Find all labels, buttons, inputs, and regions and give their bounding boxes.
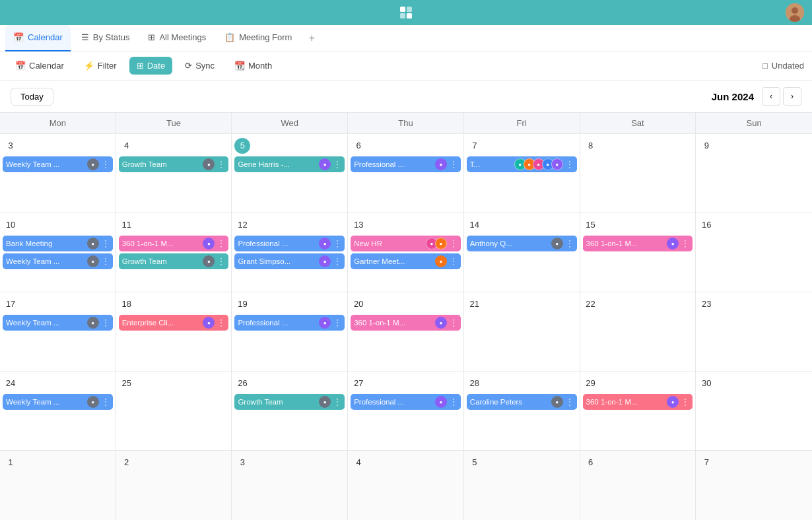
tab-all-meetings[interactable]: ⊞ All Meetings xyxy=(140,25,214,51)
calendar-cell[interactable]: 22+ xyxy=(580,292,696,372)
event-menu-button[interactable]: ⋮ xyxy=(333,397,341,406)
calendar-cell[interactable]: 4+ xyxy=(348,451,464,520)
tab-by-status[interactable]: ☰ By Status xyxy=(73,25,138,51)
calendar-view-button[interactable]: 📅 Calendar xyxy=(8,57,71,75)
calendar-cell[interactable]: 10+Bank Meeting●⋮Weekly Team ...●⋮ xyxy=(0,213,116,292)
calendar-cell[interactable]: 19+Professional ...●⋮ xyxy=(232,292,348,372)
calendar-cell[interactable]: 3+ xyxy=(232,451,348,520)
event-label: Professional ... xyxy=(238,319,316,327)
calendar-event[interactable]: Professional ...●⋮ xyxy=(234,236,345,251)
date-button[interactable]: ⊞ Date xyxy=(129,57,172,75)
calendar-cell[interactable]: 7+ xyxy=(696,451,812,520)
event-menu-button[interactable]: ⋮ xyxy=(217,257,225,266)
calendar-cell[interactable]: 25+ xyxy=(116,372,232,451)
event-menu-button[interactable]: ⋮ xyxy=(450,318,457,327)
event-menu-button[interactable]: ⋮ xyxy=(450,239,457,248)
event-menu-button[interactable]: ⋮ xyxy=(102,160,110,169)
month-button[interactable]: 📆 Month xyxy=(227,57,279,75)
event-menu-button[interactable]: ⋮ xyxy=(102,318,110,327)
event-menu-button[interactable]: ⋮ xyxy=(566,160,574,169)
calendar-cell[interactable]: 3+Weekly Team ...●⋮ xyxy=(0,134,116,213)
filter-button[interactable]: ⚡ Filter xyxy=(77,57,124,75)
event-menu-button[interactable]: ⋮ xyxy=(450,397,457,406)
event-menu-button[interactable]: ⋮ xyxy=(681,239,689,248)
calendar-event[interactable]: Growth Team●⋮ xyxy=(119,156,229,172)
calendar-cell[interactable]: 17+Weekly Team ...●⋮ xyxy=(0,292,116,372)
calendar-event[interactable]: 360 1-on-1 M...●⋮ xyxy=(583,236,693,251)
calendar-cell[interactable]: 5+Gene Harris -...●⋮ xyxy=(232,134,348,213)
calendar-event[interactable]: Professional ...●⋮ xyxy=(351,394,461,410)
undated-button[interactable]: □ Undated xyxy=(762,61,804,71)
tab-calendar[interactable]: 📅 Calendar xyxy=(5,25,71,51)
calendar-cell[interactable]: 30+ xyxy=(696,372,812,451)
calendar-event[interactable]: 360 1-on-1 M...●⋮ xyxy=(119,236,229,251)
calendar-event[interactable]: Professional ...●⋮ xyxy=(351,156,461,172)
event-menu-button[interactable]: ⋮ xyxy=(217,239,225,248)
calendar-cell[interactable]: 8+ xyxy=(580,134,696,213)
calendar-cell[interactable]: 11+360 1-on-1 M...●⋮Growth Team●⋮ xyxy=(116,213,232,292)
event-menu-button[interactable]: ⋮ xyxy=(217,318,225,327)
calendar-cell[interactable]: 24+Weekly Team ...●⋮ xyxy=(0,372,116,451)
calendar-event[interactable]: Anthony Q...●⋮ xyxy=(467,236,577,251)
event-menu-button[interactable]: ⋮ xyxy=(566,397,574,406)
calendar-cell[interactable]: 16+ xyxy=(696,213,812,292)
calendar-event[interactable]: Weekly Team ...●⋮ xyxy=(3,394,113,410)
event-menu-button[interactable]: ⋮ xyxy=(333,239,341,248)
event-menu-button[interactable]: ⋮ xyxy=(681,397,689,406)
sync-button[interactable]: ⟳ Sync xyxy=(178,57,222,75)
calendar-cell[interactable]: 15+360 1-on-1 M...●⋮ xyxy=(580,213,696,292)
calendar-cell[interactable]: 20+360 1-on-1 M...●⋮ xyxy=(348,292,464,372)
calendar-cell[interactable]: 28+Caroline Peters●⋮ xyxy=(464,372,580,451)
event-menu-button[interactable]: ⋮ xyxy=(450,160,457,169)
prev-month-button[interactable]: ‹ xyxy=(762,87,780,106)
calendar-cell[interactable]: 13+New HR●●⋮Gartner Meet...●⋮ xyxy=(348,213,464,292)
event-menu-button[interactable]: ⋮ xyxy=(102,239,110,248)
calendar-event[interactable]: 360 1-on-1 M...●⋮ xyxy=(351,315,461,331)
calendar-cell[interactable]: 29+360 1-on-1 M...●⋮ xyxy=(580,372,696,451)
calendar-cell[interactable]: 7+T...●●●●●⋮ xyxy=(464,134,580,213)
calendar-event[interactable]: Grant Simpso...●⋮ xyxy=(234,253,345,269)
calendar-event[interactable]: 360 1-on-1 M...●⋮ xyxy=(583,394,693,410)
calendar-cell[interactable]: 21+ xyxy=(464,292,580,372)
event-menu-button[interactable]: ⋮ xyxy=(566,239,574,248)
calendar-event[interactable]: Professional ...●⋮ xyxy=(234,315,345,331)
calendar-event[interactable]: Gartner Meet...●⋮ xyxy=(351,253,461,269)
calendar-cell[interactable]: 26+Growth Team●⋮ xyxy=(232,372,348,451)
calendar-event[interactable]: Bank Meeting●⋮ xyxy=(3,236,113,251)
calendar-event[interactable]: Gene Harris -...●⋮ xyxy=(234,156,345,172)
calendar-cell[interactable]: 4+Growth Team●⋮ xyxy=(116,134,232,213)
calendar-event[interactable]: New HR●●⋮ xyxy=(351,236,461,251)
calendar-cell[interactable]: 5+ xyxy=(464,451,580,520)
calendar-event[interactable]: Caroline Peters●⋮ xyxy=(467,394,577,410)
calendar-cell[interactable]: 27+Professional ...●⋮ xyxy=(348,372,464,451)
calendar-cell[interactable]: 2+ xyxy=(116,451,232,520)
calendar-cell[interactable]: 18+Enterprise Cli...●⋮ xyxy=(116,292,232,372)
event-menu-button[interactable]: ⋮ xyxy=(102,397,110,406)
user-avatar[interactable] xyxy=(786,3,804,22)
calendar-cell[interactable]: 9+ xyxy=(696,134,812,213)
tab-meeting-form[interactable]: 📋 Meeting Form xyxy=(217,25,300,51)
event-menu-button[interactable]: ⋮ xyxy=(333,160,341,169)
calendar-event[interactable]: Growth Team●⋮ xyxy=(234,394,345,410)
calendar-cell[interactable]: 6+Professional ...●⋮ xyxy=(348,134,464,213)
calendar-cell[interactable]: 12+Professional ...●⋮Grant Simpso...●⋮ xyxy=(232,213,348,292)
event-menu-button[interactable]: ⋮ xyxy=(102,257,110,266)
event-menu-button[interactable]: ⋮ xyxy=(333,318,341,327)
calendar-event[interactable]: Weekly Team ...●⋮ xyxy=(3,315,113,331)
add-tab-button[interactable]: + xyxy=(302,29,321,48)
calendar-cell[interactable]: 6+ xyxy=(580,451,696,520)
today-button[interactable]: Today xyxy=(11,88,53,106)
calendar-cell[interactable]: 23+ xyxy=(696,292,812,372)
calendar-cell[interactable]: 14+Anthony Q...●⋮ xyxy=(464,213,580,292)
event-menu-button[interactable]: ⋮ xyxy=(217,160,225,169)
calendar-event[interactable]: Growth Team●⋮ xyxy=(119,253,229,269)
calendar-event[interactable]: Enterprise Cli...●⋮ xyxy=(119,315,229,331)
event-menu-button[interactable]: ⋮ xyxy=(333,257,341,266)
calendar-cell[interactable]: 1+ xyxy=(0,451,116,520)
svg-rect-3 xyxy=(407,13,412,18)
event-menu-button[interactable]: ⋮ xyxy=(450,257,457,266)
calendar-event[interactable]: T...●●●●●⋮ xyxy=(467,156,577,172)
next-month-button[interactable]: › xyxy=(783,87,801,106)
calendar-event[interactable]: Weekly Team ...●⋮ xyxy=(3,156,113,172)
calendar-event[interactable]: Weekly Team ...●⋮ xyxy=(3,253,113,269)
